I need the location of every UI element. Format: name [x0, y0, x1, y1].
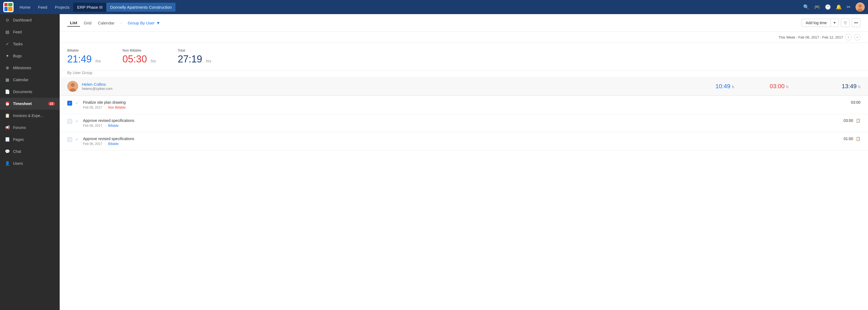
add-log-main-label[interactable]: Add log time — [802, 19, 831, 27]
entries-list: ✓ ✓ Finalize site plan drawing Feb 06, 2… — [60, 96, 868, 310]
filter-icon: ▽ — [844, 21, 847, 25]
dashboard-icon: ⊙ — [5, 18, 10, 23]
sidebar-item-bugs[interactable]: ✦ Bugs — [0, 50, 60, 62]
sidebar-label-invoices: Invoices & Expe... — [13, 113, 43, 118]
app-logo[interactable] — [3, 2, 13, 12]
user-group-info: Helen Collins helenc@zylker.com — [82, 82, 698, 91]
svg-point-6 — [859, 4, 862, 8]
add-log-time-button[interactable]: Add log time ▼ — [802, 19, 839, 27]
billable-label: Billable — [67, 48, 101, 52]
group-by-button[interactable]: Group By User ▼ — [125, 20, 163, 26]
pages-icon: 📃 — [5, 137, 10, 142]
nav-donnelly[interactable]: Donnelly Apartments Construction — [106, 3, 176, 12]
nav-feed[interactable]: Feed — [34, 3, 51, 12]
tab-calendar[interactable]: Calendar — [95, 20, 117, 26]
documents-icon: 📄 — [5, 89, 10, 94]
calendar-icon: ▦ — [5, 77, 10, 82]
user-group-billable: 10:49 h — [698, 83, 752, 90]
edit-icon-2[interactable]: 📋 — [856, 137, 860, 141]
sidebar-item-pages[interactable]: 📃 Pages — [0, 134, 60, 145]
entry-checkbox-1[interactable] — [67, 119, 72, 124]
bugs-icon: ✦ — [5, 54, 10, 58]
user-avatar-nav[interactable] — [856, 2, 865, 12]
sidebar-item-calendar[interactable]: ▦ Calendar — [0, 74, 60, 86]
sidebar: ⊙ Dashboard ▤ Feed ✓ Tasks ✦ Bugs ⊕ Mile… — [0, 14, 60, 310]
edit-icon-1[interactable]: 📋 — [856, 118, 860, 123]
tab-grid[interactable]: Grid — [81, 20, 94, 26]
entry-date-2: Feb 06, 2017 — [83, 142, 102, 146]
entry-meta-0: Feb 06, 2017 · Non Billable — [83, 106, 848, 109]
entry-checkbox-0[interactable]: ✓ — [67, 101, 72, 106]
svg-rect-2 — [4, 7, 8, 11]
sidebar-item-forums[interactable]: 📢 Forums — [0, 122, 60, 134]
toolbar: List Grid Calendar - Group By User ▼ Add… — [60, 14, 868, 32]
bell-icon[interactable]: 🔔 — [836, 4, 842, 10]
entry-time-value-2: 01:00 — [844, 137, 853, 141]
entry-title-0: Finalize site plan drawing — [83, 100, 848, 105]
settings-icon[interactable]: ✂ — [846, 4, 850, 10]
tab-list[interactable]: List — [67, 19, 80, 27]
user-group-avatar — [67, 81, 78, 92]
svg-rect-4 — [8, 7, 12, 11]
sidebar-item-documents[interactable]: 📄 Documents — [0, 86, 60, 98]
main-content: List Grid Calendar - Group By User ▼ Add… — [60, 14, 868, 310]
sidebar-item-feed[interactable]: ▤ Feed — [0, 26, 60, 38]
nonbillable-label: Non Billable — [123, 48, 156, 52]
sidebar-item-milestones[interactable]: ⊕ Milestones — [0, 62, 60, 74]
entry-date-1: Feb 06, 2017 — [83, 124, 102, 128]
sidebar-item-users[interactable]: 👤 Users — [0, 158, 60, 169]
gamepad-icon[interactable]: 🎮 — [814, 4, 820, 10]
sidebar-item-invoices[interactable]: 📋 Invoices & Expe... — [0, 110, 60, 122]
billable-number: 21:49 — [67, 54, 92, 65]
sidebar-label-milestones: Milestones — [13, 66, 31, 70]
nav-projects[interactable]: Projects — [51, 3, 73, 12]
invoices-icon: 📋 — [5, 113, 10, 118]
sidebar-label-dashboard: Dashboard — [13, 18, 32, 22]
user-total-value: 13:49 — [842, 83, 857, 90]
sidebar-item-timesheet[interactable]: ⏰ Timesheet 23 — [0, 98, 60, 110]
total-unit: hrs — [206, 59, 211, 63]
clock-icon[interactable]: 🕐 — [825, 4, 831, 10]
user-billable-value: 10:49 — [716, 83, 731, 90]
by-user-group-section: By User Group — [60, 71, 868, 77]
nav-erp[interactable]: ERP Phase III — [73, 3, 106, 12]
sidebar-item-dashboard[interactable]: ⊙ Dashboard — [0, 14, 60, 26]
nav-home[interactable]: Home — [16, 3, 34, 12]
entry-body-0: Finalize site plan drawing Feb 06, 2017 … — [83, 100, 848, 109]
sidebar-label-timesheet: Timesheet — [13, 102, 32, 106]
sidebar-label-chat: Chat — [13, 149, 21, 153]
entry-billing-type-0: Non Billable — [108, 106, 126, 109]
sidebar-label-pages: Pages — [13, 137, 24, 142]
chat-icon: 💬 — [5, 149, 10, 154]
next-week-button[interactable]: › — [854, 34, 860, 40]
entry-time-value-1: 03:00 — [844, 118, 853, 123]
entry-time-0: 03:00 — [851, 100, 860, 105]
entry-meta-2: Feb 06, 2017 · Billable — [83, 142, 840, 146]
filter-button[interactable]: ▽ — [841, 19, 849, 27]
timesheet-badge: 23 — [48, 102, 55, 106]
prev-week-button[interactable]: ‹ — [845, 34, 852, 40]
check-circle-icon-0: ✓ — [75, 101, 79, 105]
entry-title-2: Approve revised specifications — [83, 137, 840, 141]
more-options-button[interactable]: ••• — [852, 19, 860, 27]
table-row: ✓ Approve revised specifications Feb 06,… — [60, 132, 868, 150]
total-number: 27:19 — [178, 54, 202, 65]
sidebar-item-chat[interactable]: 💬 Chat — [0, 145, 60, 158]
svg-point-9 — [71, 83, 74, 87]
stat-billable: Billable 21:49 hrs — [67, 48, 101, 65]
entry-time-2: 01:00 📋 — [844, 137, 860, 141]
add-log-dropdown-icon[interactable]: ▼ — [831, 19, 838, 26]
total-label: Total — [178, 48, 211, 52]
search-icon[interactable]: 🔍 — [803, 4, 809, 10]
entry-checkbox-2[interactable] — [67, 137, 72, 142]
user-nonbillable-value: 03:00 — [770, 83, 785, 90]
timesheet-icon: ⏰ — [5, 101, 10, 106]
nonbillable-unit: hrs — [151, 59, 156, 63]
user-group-email: helenc@zylker.com — [82, 87, 698, 91]
svg-rect-1 — [4, 3, 8, 6]
svg-rect-3 — [8, 3, 12, 6]
user-total-unit: h — [858, 85, 860, 89]
date-range-value: Feb 06, 2017 - Feb 12, 2017 — [798, 35, 843, 39]
sidebar-item-tasks[interactable]: ✓ Tasks — [0, 38, 60, 50]
sidebar-label-forums: Forums — [13, 125, 26, 130]
